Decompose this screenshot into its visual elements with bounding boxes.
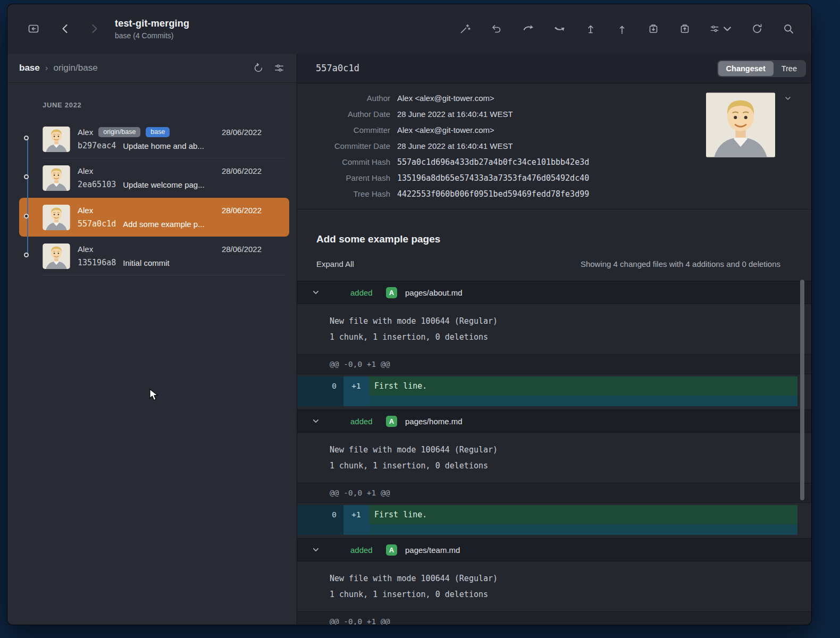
detail-header: 557a0c1d Changeset Tree	[297, 54, 811, 83]
commit-row[interactable]: Alex 28/06/2022 135196a8 Initial commit	[19, 237, 289, 275]
commit-message: Update welcome pag...	[123, 180, 204, 189]
file-path: pages/home.md	[405, 417, 463, 426]
meta-value: Alex <alex@git-tower.com>	[397, 125, 494, 135]
avatar	[43, 205, 70, 230]
commit-row[interactable]: Alex 28/06/2022 2ea65103 Update welcome …	[19, 158, 289, 197]
push-button[interactable]	[552, 22, 566, 36]
chevron-down-icon[interactable]	[784, 94, 792, 103]
diff-table: 0 +1 First line.	[297, 505, 797, 535]
meta-value: 28 June 2022 at 16:40:41 WEST	[397, 110, 513, 119]
repository-icon	[27, 22, 40, 35]
commit-row-selected[interactable]: Alex 28/06/2022 557a0c1d Add some exampl…	[19, 198, 289, 237]
new-line-number: +1	[343, 505, 369, 524]
arrow-up-icon	[584, 22, 597, 35]
commit-detail-panel: 557a0c1d Changeset Tree AuthorAlex <alex…	[297, 54, 811, 625]
expand-all-link[interactable]: Expand All	[316, 259, 354, 268]
breadcrumb-root[interactable]: base	[19, 63, 40, 73]
workspace-button[interactable]	[27, 22, 40, 36]
search-button[interactable]	[782, 22, 795, 36]
commit-graph-node	[24, 136, 29, 140]
stash-save-button[interactable]	[646, 22, 660, 36]
file-header[interactable]: added A pages/about.md	[297, 281, 811, 304]
meta-label: Committer Date	[297, 138, 390, 154]
commit-message: Update home and ab...	[123, 141, 204, 150]
commit-message: Add some example p...	[123, 220, 204, 229]
commit-short-hash: 557a0c1d	[78, 219, 116, 229]
chevron-down-icon	[310, 416, 321, 426]
file-status: added	[350, 417, 378, 426]
diff-added-line: 0 +1 First line.	[297, 376, 797, 396]
meta-label: Parent Hash	[297, 170, 390, 186]
chevron-down-icon	[310, 287, 321, 298]
added-badge: A	[386, 287, 397, 298]
vertical-scrollbar[interactable]	[800, 280, 804, 500]
commit-short-hash: b297eac4	[78, 141, 116, 150]
changes-summary: Showing 4 changed files with 4 additions…	[581, 259, 780, 268]
commit-author: Alex	[78, 245, 93, 254]
refresh-button[interactable]	[750, 22, 764, 36]
meta-value-hash: 135196a8db65e57433a3a7353fa476d05492dc40	[397, 173, 589, 183]
undo-button[interactable]	[490, 22, 503, 36]
pull-button[interactable]	[521, 22, 535, 36]
view-options-button[interactable]	[709, 22, 733, 36]
branch-badge-remote[interactable]: origin/base	[98, 127, 140, 137]
meta-label: Author	[297, 90, 390, 106]
hunk-header: @@ -0,0 +1 @@	[297, 483, 811, 503]
stash-save-icon	[647, 22, 660, 35]
meta-label: Commit Hash	[297, 154, 390, 170]
file-mode-line: New file with mode 100644 (Regular)	[330, 313, 811, 329]
file-mode-line: New file with mode 100644 (Regular)	[330, 570, 811, 586]
added-badge: A	[386, 544, 397, 556]
old-line-number: 0	[297, 376, 343, 396]
back-button[interactable]	[58, 22, 72, 36]
commit-graph-node	[24, 253, 29, 257]
meta-value: 28 June 2022 at 16:40:41 WEST	[397, 141, 513, 150]
commit-row[interactable]: Alex origin/base base 28/06/2022 b297eac…	[19, 120, 289, 158]
history-icon[interactable]	[253, 62, 264, 74]
mouse-cursor	[149, 389, 161, 401]
quick-actions-button[interactable]	[458, 22, 472, 36]
file-header[interactable]: added A pages/team.md	[297, 538, 811, 561]
file-path: pages/about.md	[405, 288, 463, 297]
publish-button[interactable]	[615, 22, 629, 36]
meta-label: Tree Hash	[297, 186, 390, 202]
commit-graph-node	[24, 174, 29, 179]
chevron-left-icon	[59, 22, 72, 35]
diff-added-line: 0 +1 First line.	[297, 505, 797, 524]
window-subtitle: base (4 Commits)	[115, 31, 189, 40]
commit-date: 28/06/2022	[222, 166, 262, 175]
meta-value-hash: 4422553f060b006f0951bed59469fedd78fe3d99	[397, 189, 589, 199]
fetch-button[interactable]	[584, 22, 598, 36]
meta-value-hash: 557a0c1d696a433db27a4b0fc34ce101bbb42e3d	[397, 157, 589, 167]
window-title-block: test-git-merging base (4 Commits)	[115, 18, 189, 40]
branch-breadcrumb-bar: base › origin/base	[7, 54, 297, 83]
commit-date: 28/06/2022	[222, 206, 262, 215]
commit-message-section: Add some example pages Expand All Showin…	[297, 209, 811, 281]
pull-icon	[522, 22, 534, 35]
tab-changeset[interactable]: Changeset	[718, 61, 774, 76]
detail-commit-hash: 557a0c1d	[316, 54, 359, 83]
app-window: test-git-merging base (4 Commits)	[7, 4, 811, 625]
tab-tree[interactable]: Tree	[774, 61, 805, 76]
commit-short-hash: 2ea65103	[78, 180, 116, 189]
commit-author: Alex	[78, 206, 93, 215]
file-stats-line: 1 chunk, 1 insertion, 0 deletions	[330, 329, 811, 345]
commit-message: Initial commit	[123, 258, 170, 267]
filter-sliders-icon[interactable]	[273, 62, 285, 74]
branch-badge-local[interactable]: base	[146, 127, 170, 137]
file-diff-section: added A pages/about.md New file with mod…	[297, 281, 811, 406]
stash-apply-button[interactable]	[678, 22, 692, 36]
window-title: test-git-merging	[115, 18, 189, 29]
forward-button[interactable]	[87, 22, 101, 36]
commit-list: JUNE 2022 Alex origin/base base 28/06/20…	[7, 83, 297, 625]
commit-author: Alex	[78, 166, 93, 175]
commit-graph-node	[24, 214, 29, 219]
file-diff-section: added A pages/team.md New file with mode…	[297, 538, 811, 625]
breadcrumb-current[interactable]: origin/base	[53, 63, 97, 73]
file-header[interactable]: added A pages/home.md	[297, 409, 811, 433]
added-badge: A	[386, 416, 397, 427]
breadcrumb-separator: ›	[45, 63, 48, 73]
commit-graph-line	[27, 139, 28, 256]
file-diff-section: added A pages/home.md New file with mode…	[297, 409, 811, 535]
commit-sidebar: base › origin/base JUNE 2022 Alex origi	[7, 54, 297, 625]
